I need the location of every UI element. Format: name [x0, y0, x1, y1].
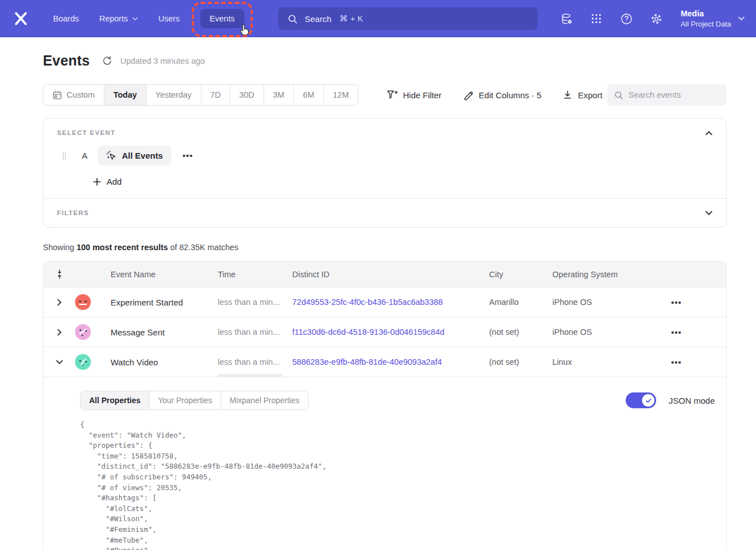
- date-range-6m[interactable]: 6M: [294, 85, 324, 105]
- row-actions-button[interactable]: •••: [668, 325, 685, 339]
- date-range-label: 7D: [210, 90, 221, 99]
- help-icon[interactable]: [619, 12, 633, 25]
- cell-distinct-id-link[interactable]: 5886283e-e9fb-48fb-81de-40e9093a2af4: [292, 357, 489, 366]
- query-builder-card: SELECT EVENT A: [43, 118, 727, 228]
- add-event-label: Add: [107, 177, 122, 186]
- date-range-30d[interactable]: 30D: [230, 85, 264, 105]
- cell-event-name: Message Sent: [111, 328, 218, 337]
- project-scope: All Project Data: [680, 19, 731, 29]
- event-json-view: { "event": "Watch Video", "properties": …: [80, 420, 715, 550]
- drag-handle-icon[interactable]: [61, 151, 69, 160]
- json-mode-label: JSON mode: [669, 396, 715, 405]
- avatar: [75, 294, 91, 310]
- calendar-icon: [52, 90, 62, 100]
- avatar: [75, 324, 91, 340]
- search-icon: [287, 14, 298, 24]
- nav-item-label: Users: [159, 14, 180, 23]
- results-summary: Showing 100 most recent results of 82.35…: [43, 243, 727, 252]
- expand-section-icon: [705, 211, 713, 216]
- events-table: Event NameTimeDistinct IDCityOperating S…: [43, 261, 727, 550]
- sort-rows-icon[interactable]: [55, 269, 64, 280]
- column-header-city[interactable]: City: [489, 270, 552, 279]
- search-events-field: [607, 84, 727, 106]
- settings-gear-icon[interactable]: [649, 12, 663, 25]
- column-header-distinct-id[interactable]: Distinct ID: [292, 270, 489, 279]
- edit-columns-label: Edit Columns · 5: [479, 90, 542, 100]
- event-selector-button[interactable]: All Events: [98, 146, 172, 165]
- event-cursor-sparkle-icon: [106, 150, 117, 161]
- expand-row-icon[interactable]: [57, 329, 62, 336]
- date-range-label: Custom: [67, 90, 95, 99]
- selected-event-name: All Events: [122, 151, 163, 160]
- column-header-time[interactable]: Time: [218, 270, 292, 279]
- table-row: Message Sentless than a min...f11c30d6-d…: [43, 317, 726, 347]
- nav-item-label: Reports: [99, 14, 128, 23]
- cell-distinct-id-link[interactable]: f11c30d6-dc6d-4518-9136-0d046159c84d: [292, 328, 489, 337]
- expand-row-icon[interactable]: [57, 299, 62, 306]
- date-range-today[interactable]: Today: [104, 85, 147, 105]
- toggle-check-icon: [642, 394, 654, 407]
- event-options-button[interactable]: •••: [179, 149, 197, 163]
- mouse-cursor-icon: [238, 24, 251, 38]
- cell-operating-system: iPhone OS: [552, 298, 619, 307]
- hide-filter-button[interactable]: Hide Filter: [386, 90, 441, 100]
- date-range-3m[interactable]: 3M: [264, 85, 294, 105]
- hide-filter-label: Hide Filter: [403, 90, 441, 100]
- properties-tabs: All PropertiesYour PropertiesMixpanel Pr…: [80, 391, 309, 410]
- time-column-hover-hint: [218, 374, 283, 377]
- updated-timestamp: Updated 3 minutes ago: [120, 56, 205, 66]
- mixpanel-logo-icon[interactable]: [12, 10, 29, 27]
- date-range-yesterday[interactable]: Yesterday: [147, 85, 201, 105]
- global-search-input[interactable]: Search ⌘ + K: [278, 7, 538, 30]
- column-header-operating-system[interactable]: Operating System: [552, 270, 619, 279]
- nav-item-reports[interactable]: Reports: [99, 14, 138, 23]
- select-event-label: SELECT EVENT: [57, 129, 116, 136]
- plus-icon: [93, 178, 101, 186]
- date-range-label: 30D: [239, 90, 254, 99]
- cell-city: (not set): [489, 357, 552, 366]
- chevron-down-icon: [132, 17, 138, 21]
- date-range-7d[interactable]: 7D: [201, 85, 231, 105]
- toolbar: CustomTodayYesterday7D30D3M6M12M Hide Fi…: [43, 84, 727, 106]
- cell-city: Amarillo: [489, 298, 552, 307]
- cell-distinct-id-link[interactable]: 72d49553-25fc-4f0c-b436-1b5ac6ab3388: [292, 298, 489, 307]
- cell-operating-system: Linux: [552, 357, 619, 366]
- tab-mixpanel-properties[interactable]: Mixpanel Properties: [221, 391, 308, 409]
- cell-event-name: Watch Video: [111, 357, 218, 367]
- search-events-input[interactable]: [628, 90, 720, 99]
- cell-event-name: Experiment Started: [111, 298, 218, 307]
- nav-item-boards[interactable]: Boards: [53, 14, 79, 23]
- collapse-row-icon[interactable]: [56, 360, 63, 365]
- apps-grid-icon[interactable]: [590, 12, 603, 25]
- tab-your-properties[interactable]: Your Properties: [150, 391, 221, 409]
- download-icon: [562, 90, 573, 100]
- filters-section-header[interactable]: FILTERS: [43, 198, 726, 227]
- column-header-event-name[interactable]: Event Name: [111, 270, 218, 279]
- tab-all-properties[interactable]: All Properties: [81, 391, 150, 409]
- date-range-label: Today: [113, 90, 137, 99]
- event-clause-letter: A: [82, 151, 87, 160]
- json-mode-toggle[interactable]: [626, 392, 656, 408]
- nav-item-events[interactable]: Events: [200, 9, 244, 28]
- date-range-12m[interactable]: 12M: [324, 85, 358, 105]
- edit-columns-button[interactable]: Edit Columns · 5: [463, 90, 542, 101]
- date-range-custom[interactable]: Custom: [43, 85, 104, 105]
- data-settings-icon[interactable]: [560, 12, 573, 25]
- nav-right-cluster: Media All Project Data: [560, 8, 745, 29]
- cell-time: less than a min...: [218, 357, 292, 366]
- global-search-placeholder: Search: [305, 14, 332, 24]
- project-switcher[interactable]: Media All Project Data: [680, 8, 745, 29]
- nav-item-users[interactable]: Users: [159, 14, 180, 23]
- date-range-picker: CustomTodayYesterday7D30D3M6M12M: [43, 84, 358, 106]
- export-button[interactable]: Export: [562, 90, 602, 100]
- refresh-icon[interactable]: [102, 56, 112, 66]
- row-actions-button[interactable]: •••: [668, 355, 685, 369]
- add-event-button[interactable]: Add: [93, 177, 122, 186]
- collapse-section-icon[interactable]: [705, 130, 713, 136]
- date-range-label: 3M: [273, 90, 284, 99]
- row-actions-button[interactable]: •••: [668, 295, 685, 309]
- project-name: Media: [680, 8, 731, 19]
- export-label: Export: [578, 90, 602, 100]
- search-shortcut-hint: ⌘ + K: [339, 14, 363, 24]
- pencil-icon: [463, 90, 474, 101]
